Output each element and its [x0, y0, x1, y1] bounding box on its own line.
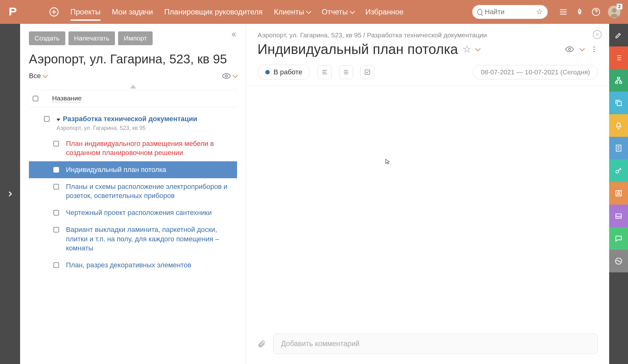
scroll-up-icon[interactable]	[29, 84, 237, 90]
rail-edit-icon[interactable]	[609, 24, 628, 46]
search-icon	[477, 9, 482, 15]
rail-key-icon[interactable]	[609, 159, 628, 182]
task-name: Чертежный проект расположения сантехники	[66, 208, 233, 217]
column-name-header[interactable]: Название	[52, 94, 82, 102]
task-checkbox[interactable]	[53, 227, 59, 233]
app-logo-icon[interactable]	[8, 6, 19, 18]
task-name: Вариант выкладки ламинита, паркетной дос…	[66, 225, 233, 253]
favorite-star-icon[interactable]	[463, 45, 471, 53]
action-buttons: Создать Напечатать Импорт	[29, 31, 237, 45]
chevron-down-icon	[42, 73, 48, 78]
title-actions	[565, 45, 598, 54]
print-button[interactable]: Напечатать	[68, 31, 115, 45]
status-dot-icon	[265, 70, 270, 74]
close-icon[interactable]	[593, 30, 602, 39]
task-name: Планы и схемы расположение электроприбор…	[66, 182, 233, 201]
svg-point-18	[618, 192, 620, 194]
watch-icon[interactable]	[565, 45, 574, 54]
task-checkbox[interactable]	[53, 262, 59, 268]
avatar-badge: 2	[617, 4, 622, 9]
filter-row: Все	[29, 72, 237, 80]
task-checkbox[interactable]	[53, 210, 59, 216]
rail-inbox-icon[interactable]	[609, 205, 628, 227]
expand-rail-icon[interactable]	[6, 190, 14, 198]
detail-body	[246, 86, 609, 327]
visibility-toggle[interactable]	[222, 72, 237, 80]
nav-planner[interactable]: Планировщик руководителя	[164, 1, 263, 23]
nav-reports[interactable]: Отчеты	[322, 1, 354, 23]
search-input[interactable]	[485, 8, 534, 16]
star-icon[interactable]	[536, 9, 543, 15]
help-icon[interactable]	[592, 8, 600, 16]
breadcrumb[interactable]: Аэропорт, ул. Гагарина, 523, кв 95 / Раз…	[257, 31, 598, 39]
task-list: Разработка технической документации Аэро…	[29, 110, 237, 274]
status-pill[interactable]: В работе	[257, 65, 310, 80]
avatar[interactable]: 2	[608, 6, 620, 18]
task-row[interactable]: Чертежный проект расположения сантехники	[29, 204, 237, 221]
comment-input[interactable]: Добавить комментарий	[273, 334, 598, 354]
rail-bell-icon[interactable]	[609, 114, 628, 137]
svg-point-16	[616, 170, 619, 173]
comment-bar: Добавить комментарий	[246, 327, 609, 364]
task-checkbox[interactable]	[44, 116, 50, 122]
rocket-icon[interactable]	[575, 8, 584, 16]
rail-activity-icon[interactable]	[609, 250, 628, 272]
filter-all[interactable]: Все	[29, 72, 47, 80]
create-button[interactable]: Создать	[29, 31, 65, 45]
nav-projects[interactable]: Проекты	[70, 1, 100, 23]
detail-title: Индивидуальный план потолка	[257, 41, 458, 57]
select-all-checkbox[interactable]	[33, 96, 38, 101]
checklist-icon[interactable]	[360, 65, 374, 79]
nav-clients[interactable]: Клиенты	[274, 1, 310, 23]
collapse-panel-icon[interactable]	[231, 31, 237, 38]
menu-icon[interactable]	[559, 8, 568, 16]
center-icon[interactable]	[339, 65, 353, 79]
more-icon[interactable]	[590, 46, 598, 53]
svg-rect-13	[620, 82, 622, 83]
task-name: План, разрез декоративных элементов	[66, 260, 233, 270]
search-box[interactable]	[472, 5, 548, 19]
task-checkbox[interactable]	[53, 141, 59, 147]
project-title: Аэропорт, ул. Гагарина, 523, кв 95	[29, 51, 237, 67]
task-checkbox[interactable]	[53, 167, 59, 173]
task-subtitle: Аэропорт, ул. Гагарина, 523, кв 95	[57, 125, 233, 131]
svg-point-9	[593, 51, 595, 52]
chevron-down-icon[interactable]	[475, 46, 481, 51]
import-button[interactable]: Импорт	[118, 31, 152, 45]
rail-list-icon[interactable]	[609, 46, 628, 69]
list-header: Название	[29, 90, 237, 107]
svg-point-8	[593, 49, 595, 50]
detail-panel: Аэропорт, ул. Гагарина, 523, кв 95 / Раз…	[246, 24, 609, 364]
rail-contact-icon[interactable]	[609, 182, 628, 205]
main-area: Создать Напечатать Импорт Аэропорт, ул. …	[0, 24, 628, 364]
task-checkbox[interactable]	[53, 184, 59, 190]
rail-doc-icon[interactable]	[609, 137, 628, 159]
nav-favorites[interactable]: Избранное	[365, 1, 404, 23]
task-row[interactable]: Планы и схемы расположение электроприбор…	[29, 178, 237, 204]
rail-filler	[609, 272, 628, 364]
rail-chat-icon[interactable]	[609, 227, 628, 250]
align-icon[interactable]	[318, 65, 332, 79]
chevron-down-icon[interactable]	[580, 46, 585, 51]
svg-point-5	[225, 75, 228, 77]
task-row[interactable]: Вариант выкладки ламинита, паркетной дос…	[29, 221, 237, 257]
task-row[interactable]: План индивидуального размещения мебели в…	[29, 135, 237, 161]
caret-down-icon[interactable]	[57, 119, 60, 121]
task-row[interactable]: План, разрез декоративных элементов	[29, 257, 237, 274]
add-icon[interactable]	[49, 7, 59, 17]
attachment-icon[interactable]	[257, 340, 266, 348]
detail-header: Аэропорт, ул. Гагарина, 523, кв 95 / Раз…	[246, 24, 609, 61]
left-rail[interactable]	[0, 24, 20, 364]
svg-rect-11	[618, 77, 620, 79]
status-row: В работе 08-07-2021 — 10-07-2021 (Сегодн…	[246, 61, 609, 86]
nav-my-tasks[interactable]: Мои задачи	[112, 1, 153, 23]
rail-copy-icon[interactable]	[609, 92, 628, 114]
task-name: План индивидуального размещения мебели в…	[66, 139, 233, 158]
task-row-selected[interactable]: Индивидуальный план потолка	[29, 161, 237, 178]
svg-rect-14	[617, 102, 621, 106]
date-range[interactable]: 08-07-2021 — 10-07-2021 (Сегодня)	[473, 65, 598, 79]
rail-tree-icon[interactable]	[609, 69, 628, 92]
task-row-parent[interactable]: Разработка технической документации Аэро…	[29, 110, 237, 135]
task-name: Индивидуальный план потолка	[66, 165, 233, 174]
task-list-panel: Создать Напечатать Импорт Аэропорт, ул. …	[20, 24, 246, 364]
